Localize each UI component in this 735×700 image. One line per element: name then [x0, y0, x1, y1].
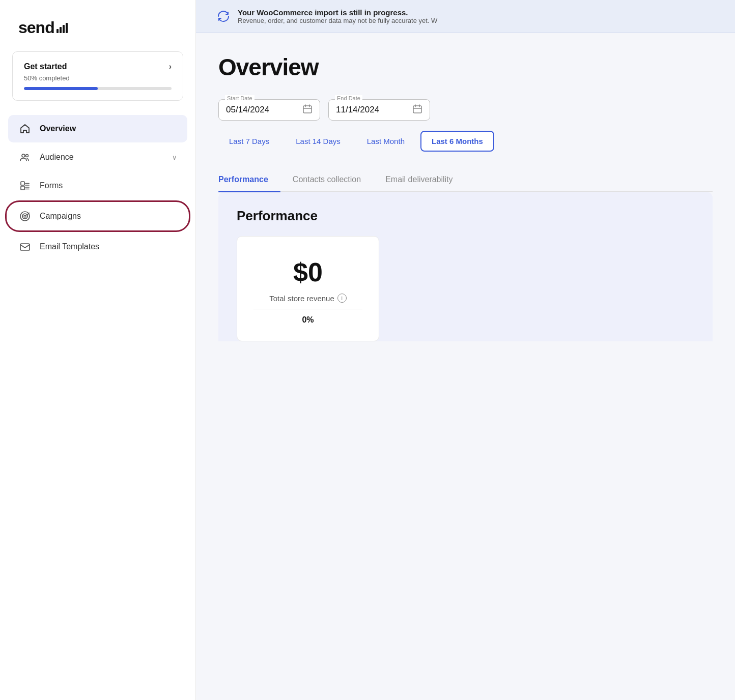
get-started-section[interactable]: Get started › 50% completed [12, 51, 183, 101]
sidebar: send Get started › 50% completed [0, 0, 196, 700]
get-started-title: Get started [24, 62, 67, 71]
forms-icon [18, 179, 32, 192]
tabs-row: Performance Contacts collection Email de… [218, 168, 713, 192]
banner-title: Your WooCommerce import is still in prog… [238, 8, 437, 17]
revenue-divider [253, 309, 362, 309]
get-started-chevron: › [169, 62, 172, 71]
sync-icon [216, 9, 231, 23]
logo-bar-2 [60, 27, 62, 33]
overview-area: Overview Start Date 05/14/2024 [196, 33, 735, 700]
start-date-value: 05/14/2024 [226, 105, 297, 115]
logo-area: send [0, 0, 195, 51]
svg-rect-11 [20, 244, 30, 250]
nav-section: Overview Audience ∨ [0, 115, 195, 260]
sidebar-item-label-forms: Forms [40, 181, 177, 190]
revenue-label: Total store revenue [269, 294, 334, 303]
sidebar-item-label-email-templates: Email Templates [40, 242, 177, 251]
start-date-label: Start Date [225, 95, 255, 101]
end-date-label: End Date [335, 95, 362, 101]
app-logo: send [18, 18, 68, 37]
sidebar-item-overview[interactable]: Overview [8, 115, 187, 142]
svg-rect-2 [21, 182, 24, 185]
revenue-label-row: Total store revenue i [269, 294, 347, 303]
sidebar-item-label-audience: Audience [40, 153, 164, 162]
audience-chevron-icon: ∨ [172, 154, 177, 161]
import-banner: Your WooCommerce import is still in prog… [196, 0, 735, 33]
banner-text: Your WooCommerce import is still in prog… [238, 8, 437, 24]
revenue-percent: 0% [302, 315, 314, 325]
campaigns-icon [18, 210, 32, 223]
sidebar-item-forms[interactable]: Forms [8, 172, 187, 199]
end-date-field[interactable]: End Date 11/14/2024 [328, 99, 430, 121]
logo-wordmark: send [18, 18, 54, 37]
performance-cards-row: $0 Total store revenue i 0% [237, 236, 694, 341]
tab-performance[interactable]: Performance [218, 168, 280, 191]
progress-bar-fill [24, 87, 98, 90]
filter-last14days[interactable]: Last 14 Days [285, 131, 351, 151]
svg-point-0 [22, 154, 25, 157]
calendar-icon-start[interactable] [302, 104, 313, 116]
revenue-amount: $0 [293, 257, 323, 287]
calendar-icon-end[interactable] [412, 104, 422, 116]
page-title: Overview [218, 53, 713, 81]
sidebar-item-label-overview: Overview [40, 124, 177, 133]
svg-point-10 [24, 215, 26, 217]
home-icon [18, 122, 32, 135]
total-revenue-card: $0 Total store revenue i 0% [237, 236, 379, 341]
date-filter-row: Start Date 05/14/2024 End Date 11/14/202… [218, 99, 713, 152]
logo-bar-3 [63, 25, 65, 33]
tab-contacts-collection[interactable]: Contacts collection [293, 168, 373, 191]
get-started-subtitle: 50% completed [24, 74, 172, 82]
filter-lastmonth[interactable]: Last Month [356, 131, 415, 151]
performance-section: Performance $0 Total store revenue i 0% [218, 192, 713, 341]
quick-filters: Last 7 Days Last 14 Days Last Month Last… [218, 131, 494, 152]
sidebar-item-audience[interactable]: Audience ∨ [8, 143, 187, 171]
logo-bar-1 [56, 29, 59, 33]
logo-bar-4 [66, 23, 68, 33]
svg-rect-12 [303, 106, 312, 113]
progress-bar-background [24, 87, 172, 90]
sidebar-item-campaigns[interactable]: Campaigns [8, 202, 187, 230]
get-started-header: Get started › [24, 62, 172, 71]
revenue-info-icon[interactable]: i [337, 294, 347, 303]
sidebar-item-label-campaigns: Campaigns [40, 212, 177, 221]
email-icon [18, 240, 32, 253]
start-date-field[interactable]: Start Date 05/14/2024 [218, 99, 320, 121]
date-input-group: Start Date 05/14/2024 End Date 11/14/202… [218, 99, 430, 121]
main-content: Your WooCommerce import is still in prog… [196, 0, 735, 700]
svg-point-1 [26, 155, 29, 157]
svg-point-9 [22, 214, 27, 219]
performance-section-title: Performance [237, 208, 694, 224]
audience-icon [18, 151, 32, 164]
svg-rect-16 [413, 106, 421, 113]
banner-subtitle: Revenue, order, and customer data may no… [238, 17, 437, 24]
filter-last7days[interactable]: Last 7 Days [218, 131, 280, 151]
filter-last6months[interactable]: Last 6 Months [420, 131, 494, 152]
tab-email-deliverability[interactable]: Email deliverability [385, 168, 465, 191]
end-date-value: 11/14/2024 [336, 105, 407, 115]
svg-point-8 [20, 212, 30, 221]
sidebar-item-email-templates[interactable]: Email Templates [8, 233, 187, 260]
logo-bars [56, 23, 68, 33]
svg-rect-3 [21, 186, 24, 190]
